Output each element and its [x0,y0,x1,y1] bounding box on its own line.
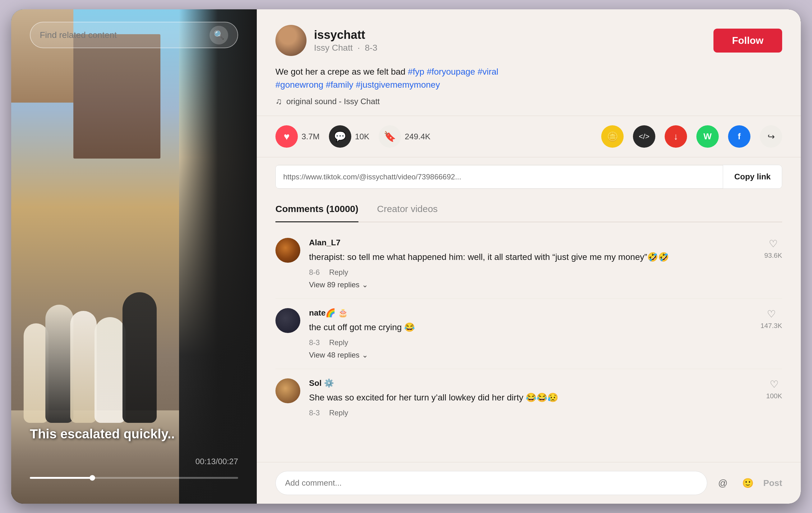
progress-dot [90,475,95,481]
comment-text-2: the cut off got me crying 😂 [309,321,752,334]
view-replies-button-2[interactable]: View 48 replies ⌄ [309,351,368,360]
username: issychatt [314,28,714,42]
app-container: 🔍 This escalated quickly.. 00:13/00:27 [11,9,801,504]
music-icon: ♫ [276,96,282,106]
tabs-row: Comments (10000) Creator videos [276,196,782,222]
video-panel: 🔍 This escalated quickly.. 00:13/00:27 [11,9,257,504]
share-icon: ↪ [760,125,782,148]
tab-creator-videos[interactable]: Creator videos [377,196,438,222]
like-count-2: 147.3K [760,322,782,330]
video-background: 🔍 This escalated quickly.. 00:13/00:27 [11,9,257,504]
video-dark-overlay [179,9,257,504]
hashtag-foryoupage: #foryoupage [427,67,475,77]
video-info-header: issychatt Issy Chatt · 8-3 Follow We got… [257,9,801,116]
follow-button[interactable]: Follow [714,29,782,53]
search-input[interactable] [40,30,209,40]
reply-button-2[interactable]: Reply [329,338,348,347]
comment-time-1: 8-6 [309,268,320,277]
share-action[interactable]: ↪ [760,125,782,148]
comment-username-row-1: Alan_L7 [309,238,756,248]
view-replies-button-1[interactable]: View 89 replies ⌄ [309,280,368,289]
comment-item-3: Sol ⚙️ She was so excited for her turn y… [276,369,782,427]
user-row: issychatt Issy Chatt · 8-3 Follow [276,25,782,56]
whatsapp-icon: W [696,125,719,148]
sound-row[interactable]: ♫ original sound - Issy Chatt [276,96,782,106]
coin-action[interactable]: 🪙 [601,125,624,148]
post-button[interactable]: Post [763,478,782,488]
comment-input-area: @ 🙂 Post [257,462,801,504]
download-action[interactable]: ↓ [665,125,687,148]
comment-content-3: Sol ⚙️ She was so excited for her turn y… [309,378,758,417]
video-caption: This escalated quickly.. [30,427,175,441]
comment-like-1: ♡ 93.6K [764,238,782,289]
progress-track[interactable] [30,477,238,479]
comment-action[interactable]: 💬 10K [329,125,369,148]
bookmark-icon: 🔖 [379,125,401,148]
hashtag-viral: #viral [477,67,498,77]
comment-username-2: nate🌈 🎂 [309,308,348,318]
coin-icon: 🪙 [601,125,624,148]
comment-meta-3: 8-3 Reply [309,408,758,417]
like-action[interactable]: ♥ 3.7M [276,125,320,148]
bookmark-count: 249.4K [405,132,430,141]
comment-like-2: ♡ 147.3K [760,308,782,360]
comment-count: 10K [355,132,369,141]
comment-input[interactable] [276,471,707,495]
progress-bar-area[interactable] [30,477,238,479]
copy-link-button[interactable]: Copy link [723,165,782,189]
comment-item-2: nate🌈 🎂 the cut off got me crying 😂 8-3 … [276,299,782,369]
chevron-down-icon-2: ⌄ [362,351,368,360]
comment-username-3: Sol ⚙️ [309,378,334,388]
like-icon: ♥ [276,125,298,148]
like-icon-1[interactable]: ♡ [769,238,778,250]
avatar [276,25,307,56]
like-count-1: 93.6K [764,252,782,260]
avatar-image [276,25,307,56]
comment-username-row-3: Sol ⚙️ [309,378,758,388]
facebook-action[interactable]: f [728,125,750,148]
comment-text-1: therapist: so tell me what happened him:… [309,251,756,264]
comment-meta-1: 8-6 Reply [309,268,756,277]
search-icon-button[interactable]: 🔍 [209,26,228,45]
comment-text-3: She was so excited for her turn y’all lo… [309,391,758,404]
right-panel: issychatt Issy Chatt · 8-3 Follow We got… [257,9,801,504]
code-action[interactable]: </> [633,125,655,148]
comment-content-2: nate🌈 🎂 the cut off got me crying 😂 8-3 … [309,308,752,360]
time-display: 00:13/00:27 [196,457,238,466]
comments-area: Alan_L7 therapist: so tell me what happe… [257,222,801,462]
comment-username-1: Alan_L7 [309,238,340,248]
video-description: We got her a crepe as we felt bad #fyp #… [276,65,782,91]
search-bar[interactable]: 🔍 [30,22,238,48]
code-icon: </> [633,125,655,148]
reply-button-3[interactable]: Reply [329,408,348,417]
avatar-nate [276,308,300,333]
chevron-down-icon: ⌄ [362,280,368,289]
url-bar: https://www.tiktok.com/@issychatt/video/… [276,165,782,189]
comment-time-2: 8-3 [309,338,320,347]
comment-content-1: Alan_L7 therapist: so tell me what happe… [309,238,756,289]
like-icon-2[interactable]: ♡ [767,308,776,320]
action-bar: ♥ 3.7M 💬 10K 🔖 249.4K 🪙 </> ↓ W [257,116,801,157]
like-icon-3[interactable]: ♡ [770,378,779,390]
search-icon: 🔍 [213,30,225,40]
reply-button-1[interactable]: Reply [329,268,348,277]
emoji-icon-button[interactable]: 🙂 [738,474,757,492]
comment-icon: 💬 [329,125,351,148]
avatar-alan [276,238,300,263]
tab-comments[interactable]: Comments (10000) [276,196,358,222]
url-text: https://www.tiktok.com/@issychatt/video/… [276,166,723,188]
comment-username-row-2: nate🌈 🎂 [309,308,752,318]
hashtag-family: #family [326,80,353,89]
like-count: 3.7M [301,132,320,141]
at-icon-button[interactable]: @ [714,474,732,492]
comment-time-3: 8-3 [309,408,320,417]
like-count-3: 100K [766,392,782,400]
whatsapp-action[interactable]: W [696,125,719,148]
comment-item: Alan_L7 therapist: so tell me what happe… [276,229,782,299]
hashtag-justgivememymoney: #justgivememymoney [356,80,440,89]
user-handle: Issy Chatt · 8-3 [314,43,714,53]
download-icon: ↓ [665,125,687,148]
bookmark-action[interactable]: 🔖 249.4K [379,125,430,148]
progress-fill [30,477,92,479]
comment-like-3: ♡ 100K [766,378,782,417]
